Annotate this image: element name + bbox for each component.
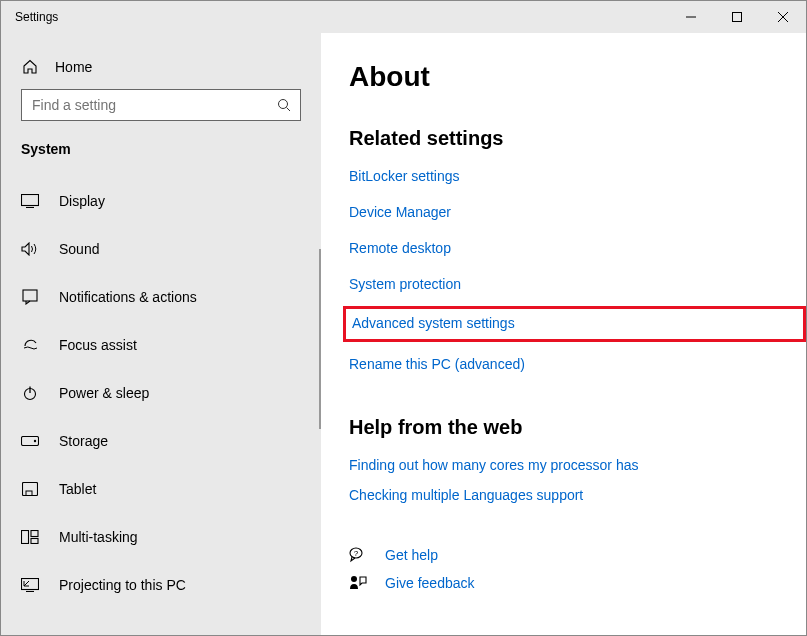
nav-label: Projecting to this PC (59, 577, 186, 593)
search-input[interactable] (21, 89, 301, 121)
svg-rect-13 (23, 483, 38, 496)
nav-item-notifications[interactable]: Notifications & actions (1, 273, 321, 321)
nav-item-sound[interactable]: Sound (1, 225, 321, 273)
link-help-cores[interactable]: Finding out how many cores my processor … (349, 457, 638, 473)
close-button[interactable] (760, 1, 806, 33)
nav-label: Storage (59, 433, 108, 449)
home-button[interactable]: Home (1, 51, 321, 89)
svg-rect-8 (23, 290, 37, 301)
category-label: System (1, 141, 321, 177)
nav-label: Notifications & actions (59, 289, 197, 305)
home-icon (21, 59, 39, 75)
nav-item-projecting[interactable]: Projecting to this PC (1, 561, 321, 609)
related-settings-list: BitLocker settings Device Manager Remote… (349, 168, 806, 372)
nav-item-display[interactable]: Display (1, 177, 321, 225)
svg-rect-15 (22, 531, 29, 544)
nav-label: Tablet (59, 481, 96, 497)
get-help-icon: ? (349, 547, 367, 563)
svg-rect-17 (31, 539, 38, 544)
nav-item-power-sleep[interactable]: Power & sleep (1, 369, 321, 417)
sound-icon (21, 242, 39, 256)
get-help-row[interactable]: ? Get help (349, 547, 806, 563)
main-content: About Related settings BitLocker setting… (321, 33, 806, 635)
window-title: Settings (1, 10, 668, 24)
get-help-label: Get help (385, 547, 438, 563)
page-title: About (349, 61, 806, 93)
maximize-button[interactable] (714, 1, 760, 33)
minimize-button[interactable] (668, 1, 714, 33)
svg-rect-14 (26, 491, 32, 496)
nav-list: Display Sound Notifications & actions Fo… (1, 177, 321, 609)
titlebar: Settings (1, 1, 806, 33)
home-label: Home (55, 59, 92, 75)
nav-label: Display (59, 193, 105, 209)
link-device-manager[interactable]: Device Manager (349, 204, 451, 220)
storage-icon (21, 436, 39, 446)
nav-item-focus-assist[interactable]: Focus assist (1, 321, 321, 369)
give-feedback-row[interactable]: Give feedback (349, 575, 806, 591)
close-icon (778, 12, 788, 22)
nav-label: Multi-tasking (59, 529, 138, 545)
multitasking-icon (21, 530, 39, 544)
maximize-icon (732, 12, 742, 22)
link-advanced-system-settings[interactable]: Advanced system settings (352, 315, 515, 331)
nav-item-tablet[interactable]: Tablet (1, 465, 321, 513)
link-bitlocker[interactable]: BitLocker settings (349, 168, 460, 184)
svg-text:?: ? (354, 549, 359, 558)
related-settings-heading: Related settings (349, 127, 806, 150)
svg-rect-1 (733, 13, 742, 22)
nav-label: Sound (59, 241, 99, 257)
help-from-web-list: Finding out how many cores my processor … (349, 457, 806, 503)
nav-item-storage[interactable]: Storage (1, 417, 321, 465)
nav-label: Power & sleep (59, 385, 149, 401)
help-from-web-heading: Help from the web (349, 416, 806, 439)
window-controls (668, 1, 806, 33)
svg-rect-16 (31, 531, 38, 537)
link-help-languages[interactable]: Checking multiple Languages support (349, 487, 583, 503)
svg-point-22 (351, 576, 357, 582)
sidebar-scrollbar[interactable] (319, 249, 321, 429)
tablet-icon (21, 482, 39, 496)
nav-label: Focus assist (59, 337, 137, 353)
give-feedback-label: Give feedback (385, 575, 475, 591)
notifications-icon (21, 289, 39, 305)
svg-point-12 (34, 440, 36, 442)
feedback-icon (349, 575, 367, 591)
display-icon (21, 194, 39, 208)
power-icon (21, 385, 39, 401)
link-rename-pc[interactable]: Rename this PC (advanced) (349, 356, 525, 372)
svg-rect-6 (22, 195, 39, 206)
link-remote-desktop[interactable]: Remote desktop (349, 240, 451, 256)
focus-assist-icon (21, 337, 39, 353)
projecting-icon (21, 578, 39, 592)
link-system-protection[interactable]: System protection (349, 276, 461, 292)
nav-item-multitasking[interactable]: Multi-tasking (1, 513, 321, 561)
highlighted-link-box: Advanced system settings (343, 306, 806, 342)
sidebar: Home System Display Sound Notificat (1, 33, 321, 635)
minimize-icon (686, 12, 696, 22)
